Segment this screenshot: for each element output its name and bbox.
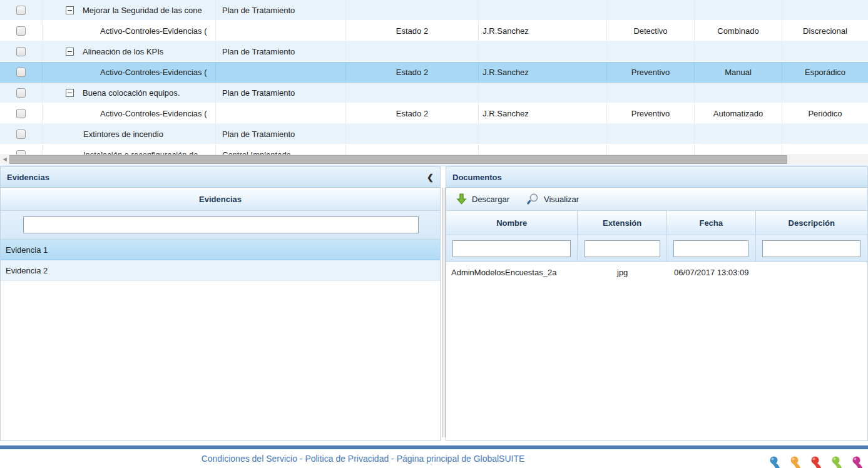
treegrid-row[interactable]: Mejorar la Seguridad de las conePlan de … bbox=[0, 0, 868, 21]
estado-cell: Estado 2 bbox=[346, 63, 479, 82]
modo-cell bbox=[695, 124, 782, 144]
documentos-filter-input[interactable] bbox=[673, 240, 748, 257]
responsable-cell bbox=[479, 145, 607, 155]
row-checkbox[interactable] bbox=[16, 26, 26, 36]
column-header-d2[interactable]: Fecha bbox=[667, 211, 756, 235]
row-checkbox[interactable] bbox=[16, 109, 26, 118]
treatment-cell: Plan de Tratamiento bbox=[216, 124, 346, 144]
treegrid-row[interactable]: Alineación de los KPIsPlan de Tratamient… bbox=[0, 41, 868, 62]
frecuencia-cell: Discrecional bbox=[782, 21, 868, 41]
responsable-cell bbox=[479, 124, 607, 144]
documentos-filter-input[interactable] bbox=[452, 240, 571, 257]
tipo-cell bbox=[607, 145, 695, 155]
item-name-cell: Alineación de los KPIs bbox=[43, 41, 216, 61]
treatment-cell bbox=[216, 21, 346, 41]
modo-cell: Combinado bbox=[695, 21, 782, 41]
responsable-cell: J.R.Sanchez bbox=[479, 103, 607, 123]
row-checkbox[interactable] bbox=[16, 68, 26, 77]
estado-cell bbox=[346, 83, 479, 103]
filter-cell bbox=[446, 235, 578, 262]
documento-fecha: 06/07/2017 13:03:09 bbox=[667, 262, 756, 283]
evidencia-list-item[interactable]: Evidencia 1 bbox=[1, 240, 440, 260]
footer-links-text[interactable]: Condiciones del Servicio - Politica de P… bbox=[202, 454, 525, 464]
evidencia-list-item[interactable]: Evidencia 2 bbox=[1, 260, 440, 281]
documentos-filter-row bbox=[446, 235, 867, 262]
descargar-button[interactable]: Descargar bbox=[456, 193, 509, 205]
documento-descripcion bbox=[756, 262, 867, 283]
responsable-cell bbox=[479, 83, 607, 103]
modo-cell: Manual bbox=[695, 63, 782, 82]
frecuencia-cell bbox=[782, 41, 868, 61]
item-name-cell: Buena colocación equipos. bbox=[43, 83, 216, 103]
tipo-cell bbox=[607, 83, 695, 103]
item-name: Activo-Controles-Evidencias ( bbox=[100, 26, 207, 36]
controls-treegrid: Mejorar la Seguridad de las conePlan de … bbox=[0, 0, 868, 155]
row-select-cell bbox=[0, 41, 43, 61]
horizontal-scrollbar[interactable]: ◀ bbox=[0, 155, 868, 164]
column-header-d3[interactable]: Descripción bbox=[756, 211, 867, 235]
scroll-left-arrow-icon[interactable]: ◀ bbox=[0, 155, 9, 164]
item-name: Mejorar la Seguridad de las cone bbox=[83, 6, 202, 15]
documento-extension: jpg bbox=[578, 262, 667, 283]
estado-cell: Estado 2 bbox=[346, 103, 479, 123]
documentos-panel: Documentos Descargar Visualizar NombreEx… bbox=[446, 166, 868, 441]
row-checkbox[interactable] bbox=[16, 6, 26, 15]
row-checkbox[interactable] bbox=[16, 88, 26, 98]
treegrid-row[interactable]: Extintores de incendioPlan de Tratamient… bbox=[0, 124, 868, 145]
collapse-node-icon[interactable] bbox=[66, 89, 74, 97]
row-select-cell bbox=[0, 124, 43, 144]
frecuencia-cell bbox=[782, 0, 868, 20]
treegrid-row[interactable]: Instalación e reconfiguración deControl … bbox=[0, 145, 868, 155]
panel-splitter[interactable] bbox=[441, 166, 446, 441]
tipo-cell bbox=[607, 41, 695, 61]
scrollbar-thumb[interactable] bbox=[9, 155, 787, 164]
collapse-node-icon[interactable] bbox=[66, 48, 74, 56]
item-name: Alineación de los KPIs bbox=[83, 47, 163, 56]
evidencias-panel: Evidencias ❮ Evidencias Evidencia 1Evide… bbox=[0, 166, 441, 441]
treatment-cell: Plan de Tratamiento bbox=[216, 0, 346, 20]
column-header-d1[interactable]: Extensión bbox=[578, 211, 667, 235]
treatment-cell: Plan de Tratamiento bbox=[216, 83, 346, 103]
collapse-panel-icon[interactable]: ❮ bbox=[427, 173, 434, 182]
responsable-cell: J.R.Sanchez bbox=[479, 63, 607, 82]
responsable-cell bbox=[479, 41, 607, 61]
treegrid-row[interactable]: Activo-Controles-Evidencias (Estado 2J.R… bbox=[0, 103, 868, 124]
filter-cell bbox=[578, 235, 667, 262]
frecuencia-cell bbox=[782, 145, 868, 155]
item-name: Instalación e reconfiguración de bbox=[83, 150, 198, 155]
footer-links: Condiciones del Servicio - Politica de P… bbox=[0, 449, 726, 468]
column-header-d0[interactable]: Nombre bbox=[446, 211, 578, 235]
item-name: Activo-Controles-Evidencias ( bbox=[100, 68, 207, 77]
documentos-filter-input[interactable] bbox=[585, 240, 660, 257]
evidencias-column-header-label: Evidencias bbox=[199, 195, 242, 204]
documentos-panel-title: Documentos bbox=[452, 173, 502, 182]
modo-cell bbox=[695, 145, 782, 155]
row-select-cell bbox=[0, 0, 43, 20]
row-select-cell bbox=[0, 21, 43, 41]
row-checkbox[interactable] bbox=[16, 47, 26, 56]
treegrid-row[interactable]: Activo-Controles-Evidencias (Estado 2J.R… bbox=[0, 62, 868, 83]
row-checkbox[interactable] bbox=[16, 150, 26, 155]
row-checkbox[interactable] bbox=[16, 130, 26, 139]
documento-nombre: AdminModelosEncuestas_2a bbox=[446, 262, 578, 283]
frecuencia-cell: Periódico bbox=[782, 103, 868, 123]
visualizar-label: Visualizar bbox=[544, 195, 579, 204]
item-name-cell: Instalación e reconfiguración de bbox=[43, 145, 216, 155]
frecuencia-cell: Esporádico bbox=[782, 63, 868, 82]
visualizar-button[interactable]: Visualizar bbox=[527, 193, 579, 205]
frecuencia-cell bbox=[782, 124, 868, 144]
evidencias-filter-input[interactable] bbox=[23, 216, 419, 233]
item-name-cell: Extintores de incendio bbox=[43, 124, 216, 144]
documento-row[interactable]: AdminModelosEncuestas_2ajpg06/07/2017 13… bbox=[446, 262, 867, 283]
estado-cell: Estado 2 bbox=[346, 21, 479, 41]
documentos-filter-input[interactable] bbox=[762, 240, 860, 257]
row-select-cell bbox=[0, 145, 43, 155]
globalsuite-pin-icon bbox=[810, 456, 824, 468]
filter-cell bbox=[667, 235, 756, 262]
collapse-node-icon[interactable] bbox=[66, 6, 74, 14]
evidencias-column-header[interactable]: Evidencias bbox=[1, 188, 440, 211]
globalsuite-pin-icon bbox=[852, 456, 865, 468]
treegrid-row[interactable]: Activo-Controles-Evidencias (Estado 2J.R… bbox=[0, 21, 868, 41]
treegrid-row[interactable]: Buena colocación equipos.Plan de Tratami… bbox=[0, 83, 868, 103]
globalsuite-pin-icon bbox=[790, 456, 804, 468]
